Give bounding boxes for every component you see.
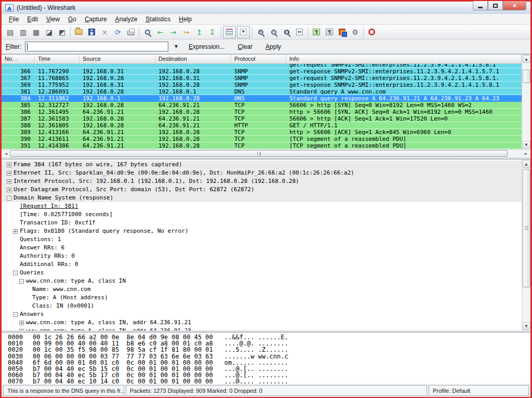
scrollbar-thumb[interactable]	[523, 169, 530, 287]
detail-row[interactable]: -Domain Name System (response)	[2, 194, 522, 202]
detail-row[interactable]: -Answers	[2, 310, 522, 319]
detail-row[interactable]: +Ethernet II, Src: Sparklan_04:d0:9e (00…	[2, 169, 522, 177]
col-header-destination[interactable]: Destination	[155, 55, 231, 63]
close-button[interactable]: ×	[503, 1, 526, 10]
packet-row-384[interactable]: 38412.311862192.168.0.1192.168.0.28DNSSt…	[2, 95, 522, 102]
zoom-out-button[interactable]: −	[267, 26, 280, 38]
detail-row[interactable]: +User Datagram Protocol, Src Port: domai…	[2, 185, 522, 194]
menu-file[interactable]: File	[5, 15, 23, 24]
detail-row[interactable]: +Internet Protocol, Src: 192.168.0.1 (19…	[2, 177, 522, 185]
help-button[interactable]	[365, 26, 378, 38]
expand-icon[interactable]: +	[7, 163, 11, 167]
scroll-up-icon[interactable]: ▲	[523, 55, 530, 63]
capture-restart-button[interactable]: ◩	[56, 26, 69, 38]
scroll-right-icon[interactable]: ►	[522, 150, 530, 157]
col-header-no[interactable]: No. .	[2, 55, 35, 63]
detail-row[interactable]: +www.cnn.com: type A, class IN, addr 64.…	[2, 327, 522, 330]
packet-bytes-pane[interactable]: 000000 1c 26 26 66 a2 00 0e 8e 04 d0 9e …	[2, 332, 530, 384]
col-header-time[interactable]: Time	[35, 55, 79, 63]
packet-row-381[interactable]: 38112.286091192.168.0.28192.168.0.1DNSSt…	[2, 88, 522, 95]
colorize-packet-list-button[interactable]	[223, 26, 236, 38]
filter-input[interactable]	[25, 42, 168, 51]
collapse-icon[interactable]: -	[13, 271, 18, 275]
hex-row-0030[interactable]: 003000 06 00 00 00 00 03 77 77 77 03 63 …	[8, 353, 530, 360]
packet-row-366[interactable]: 36611.767290192.168.0.31192.168.0.28SNMP…	[2, 68, 522, 75]
expand-icon[interactable]: +	[7, 171, 11, 176]
scrollbar-thumb[interactable]	[10, 150, 508, 157]
menu-statistics[interactable]: Statistics	[141, 15, 175, 24]
collapse-icon[interactable]: -	[13, 312, 18, 317]
col-header-protocol[interactable]: Protocol	[231, 55, 286, 63]
expand-icon[interactable]: +	[19, 321, 24, 325]
go-to-first-packet-button[interactable]: ↥	[193, 26, 206, 38]
clear-button[interactable]: Clear	[233, 42, 257, 51]
col-header-source[interactable]: Source	[79, 55, 155, 63]
packet-row-385[interactable]: 38512.312727192.168.0.2864.236.91.21TCP5…	[2, 102, 522, 109]
packet-row-386[interactable]: 38612.36149564.236.91.21192.168.0.28TCPh…	[2, 109, 522, 115]
detail-row[interactable]: -Queries	[2, 269, 522, 277]
capture-stop-button[interactable]: ◪	[43, 26, 56, 38]
list-interfaces-button[interactable]: ▤	[4, 26, 17, 38]
detail-row[interactable]: [Time: 0.025771000 seconds]	[2, 210, 522, 219]
zoom-in-button[interactable]: +	[254, 26, 267, 38]
auto-scroll-button[interactable]: ▼	[237, 26, 250, 38]
detail-row[interactable]: +Flags: 0x8180 (Standard query response,…	[2, 227, 522, 235]
menu-go[interactable]: Go	[64, 15, 81, 24]
hex-row-0020[interactable]: 002000 1c 00 35 f5 98 00 85 98 5a cf 1f …	[8, 347, 530, 353]
menu-analyze[interactable]: Analyze	[111, 15, 142, 24]
col-header-info[interactable]: Info	[286, 55, 522, 63]
expand-icon[interactable]: +	[7, 188, 11, 192]
menu-capture[interactable]: Capture	[81, 15, 111, 24]
status-profile[interactable]: Profile: Default	[429, 385, 529, 396]
capture-start-button[interactable]: ▦	[30, 26, 43, 38]
detail-row[interactable]: [Request In: 381]	[2, 202, 522, 210]
packet-row-partial[interactable]: get-request SNMPv2-SMI::enterprises.11.2…	[2, 64, 522, 68]
capture-filters-button[interactable]	[310, 26, 323, 38]
packet-row-390[interactable]: 39012.41361164.236.91.21192.168.0.28TCP[…	[2, 136, 522, 142]
collapse-icon[interactable]: -	[19, 279, 24, 284]
detail-row[interactable]: Transaction ID: 0xcf1f	[2, 219, 522, 227]
scroll-down-icon[interactable]: ▼	[523, 141, 530, 149]
scroll-left-icon[interactable]: ◄	[2, 150, 10, 157]
collapse-icon[interactable]: -	[7, 196, 11, 201]
maximize-button[interactable]	[488, 1, 503, 10]
detail-row[interactable]: Answer RRs: 6	[2, 244, 522, 252]
detail-row[interactable]: Type: A (Host address)	[2, 294, 522, 302]
menu-edit[interactable]: Edit	[23, 15, 42, 24]
scroll-down-icon[interactable]: ▼	[523, 322, 530, 330]
go-forward-button[interactable]: →	[167, 26, 180, 38]
preferences-button[interactable]: ⚙	[349, 26, 362, 38]
open-capture-file-button[interactable]	[72, 26, 85, 38]
display-filters-button[interactable]	[323, 26, 336, 38]
resize-columns-button[interactable]: ↔	[293, 26, 306, 38]
expand-icon[interactable]: +	[7, 179, 11, 184]
menu-help[interactable]: Help	[175, 15, 196, 24]
go-to-last-packet-button[interactable]: ↧	[206, 26, 219, 38]
packet-row-388[interactable]: 38812.361805192.168.0.2864.236.91.21HTTP…	[2, 122, 522, 129]
save-capture-file-button[interactable]	[85, 26, 98, 38]
detail-row[interactable]: +Frame 384 (167 bytes on wire, 167 bytes…	[2, 161, 522, 169]
go-back-button[interactable]: ←	[154, 26, 167, 38]
filter-dropdown-button[interactable]: ▼	[172, 42, 180, 51]
expression-button[interactable]: Expression...	[184, 42, 229, 51]
packet-row-367[interactable]: 36711.768865192.168.0.28192.168.0.31SNMP…	[2, 75, 522, 82]
detail-row[interactable]: Name: www.cnn.com	[2, 285, 522, 294]
go-to-packet-button[interactable]: ↪	[180, 26, 193, 38]
zoom-100-button[interactable]: 1:1	[280, 26, 293, 38]
detail-row[interactable]: Authority RRs: 0	[2, 252, 522, 260]
packet-row-391[interactable]: 39112.41438664.236.91.21192.168.0.28TCP[…	[2, 142, 522, 149]
apply-button[interactable]: Apply	[261, 42, 286, 51]
detail-row[interactable]: +www.cnn.com: type A, class IN, addr 64.…	[2, 319, 522, 327]
packet-row-387[interactable]: 38712.361583192.168.0.2864.236.91.21TCP5…	[2, 115, 522, 122]
menu-view[interactable]: View	[42, 15, 64, 24]
detail-row[interactable]: Questions: 1	[2, 235, 522, 244]
details-vertical-scrollbar[interactable]: ▲ ▼	[522, 160, 530, 330]
find-packet-button[interactable]	[141, 26, 154, 38]
packet-list-vertical-scrollbar[interactable]: ▲ ▼	[522, 55, 530, 149]
detail-row[interactable]: Class: IN (0x0001)	[2, 302, 522, 310]
packet-row-389[interactable]: 38912.41316664.236.91.21192.168.0.28TCPh…	[2, 129, 522, 136]
print-button[interactable]	[124, 26, 137, 38]
scroll-up-icon[interactable]: ▲	[523, 160, 530, 168]
reload-capture-file-button[interactable]: ⟳	[111, 26, 124, 38]
scrollbar-thumb[interactable]	[523, 70, 530, 83]
